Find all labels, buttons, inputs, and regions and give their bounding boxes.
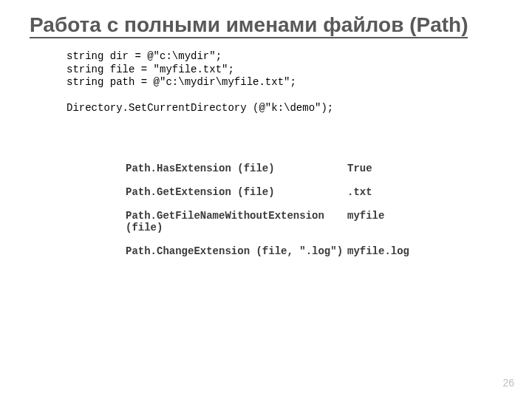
result-cell: myfile.log [347, 245, 436, 257]
title-rest: с полными именами файлов (Path) [101, 13, 468, 38]
call-cell: Path.HasExtension (file) [126, 163, 347, 174]
page-title: Работа с полными именами файлов (Path) [30, 13, 502, 37]
title-prefix: Работа [30, 13, 101, 38]
call-cell: Path.GetExtension (file) [126, 186, 347, 198]
table-row: Path.GetFileNameWithoutExtension (file) … [126, 210, 502, 233]
table-row: Path.HasExtension (file) True [126, 163, 502, 174]
code-line-3: string path = @"c:\mydir\myfile.txt"; [66, 76, 296, 88]
table-row: Path.GetExtension (file) .txt [126, 186, 502, 198]
call-cell: Path.GetFileNameWithoutExtension (file) [126, 210, 347, 233]
slide: Работа с полными именами файлов (Path) s… [0, 0, 532, 399]
page-number: 26 [502, 377, 514, 389]
table-row: Path.ChangeExtension (file, ".log") myfi… [126, 245, 502, 257]
code-line-1: string dir = @"c:\mydir"; [66, 50, 222, 62]
code-line-5: Directory.SetCurrentDirectory (@"k:\demo… [66, 102, 333, 114]
code-block: string dir = @"c:\mydir"; string file = … [66, 50, 502, 115]
call-cell: Path.ChangeExtension (file, ".log") [126, 245, 347, 257]
code-line-2: string file = "myfile.txt"; [66, 64, 234, 75]
result-cell: .txt [347, 186, 436, 198]
result-cell: myfile [347, 210, 436, 233]
results-table: Path.HasExtension (file) True Path.GetEx… [126, 163, 502, 257]
result-cell: True [347, 163, 436, 174]
